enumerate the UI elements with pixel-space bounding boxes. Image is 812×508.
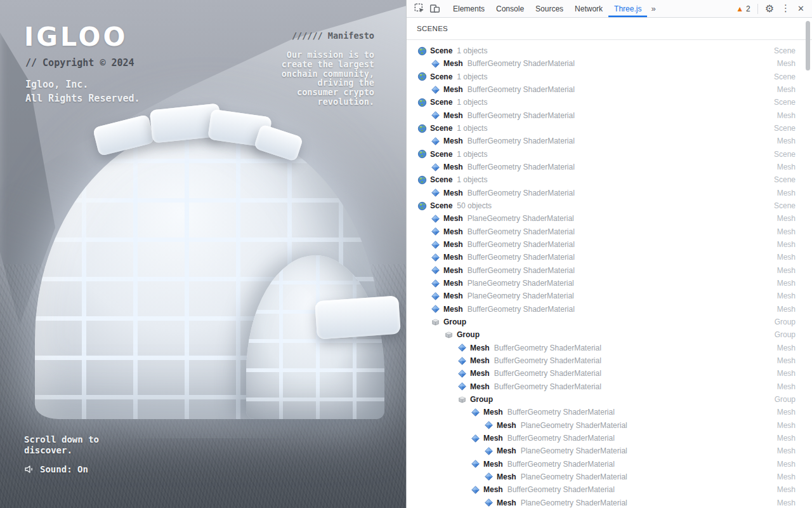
mesh-icon — [431, 227, 440, 236]
tree-row[interactable]: Mesh BufferGeometry ShaderMaterial Mesh — [407, 458, 812, 471]
tree-row[interactable]: Mesh BufferGeometry ShaderMaterial Mesh — [407, 432, 812, 444]
node-type-label: Scene — [774, 72, 812, 81]
tree-row[interactable]: Mesh BufferGeometry ShaderMaterial Mesh — [407, 57, 812, 70]
tree-row[interactable]: Mesh BufferGeometry ShaderMaterial Mesh — [407, 225, 812, 238]
node-detail: BufferGeometry ShaderMaterial — [468, 163, 575, 171]
node-name: Scene — [430, 175, 452, 184]
tree-row[interactable]: Scene 1 objects Scene — [407, 44, 812, 57]
tree-row[interactable]: Scene 1 objects Scene — [407, 70, 812, 83]
tree-row[interactable]: Scene 1 objects Scene — [407, 122, 812, 135]
scene-icon — [417, 124, 427, 133]
node-detail: BufferGeometry ShaderMaterial — [468, 111, 575, 120]
tree-row[interactable]: Mesh PlaneGeometry ShaderMaterial Mesh — [407, 419, 812, 432]
node-type-label: Mesh — [777, 421, 812, 430]
mesh-icon — [457, 382, 467, 391]
node-type-label: Mesh — [777, 434, 812, 443]
node-name: Mesh — [443, 189, 463, 197]
node-name: Scene — [430, 72, 452, 81]
node-name: Mesh — [483, 485, 503, 494]
tree-row[interactable]: Mesh PlaneGeometry ShaderMaterial Mesh — [407, 290, 812, 302]
tree-row[interactable]: Mesh PlaneGeometry ShaderMaterial Mesh — [407, 496, 812, 508]
tree-row[interactable]: Mesh BufferGeometry ShaderMaterial Mesh — [407, 161, 812, 173]
mesh-icon — [484, 498, 494, 507]
issues-badge[interactable]: ▲ 2 — [736, 4, 750, 13]
tree-row[interactable]: Mesh BufferGeometry ShaderMaterial Mesh — [407, 367, 812, 380]
sound-toggle[interactable]: Sound: On — [24, 464, 88, 474]
tree-row[interactable]: Mesh BufferGeometry ShaderMaterial Mesh — [407, 264, 812, 277]
node-type-label: Scene — [774, 175, 812, 184]
tree-row[interactable]: Mesh PlaneGeometry ShaderMaterial Mesh — [407, 212, 812, 225]
tab-network[interactable]: Network — [569, 0, 608, 17]
tab-console[interactable]: Console — [490, 0, 530, 17]
tree-row[interactable]: Group Group — [407, 328, 812, 341]
node-name: Mesh — [483, 460, 503, 469]
tree-row[interactable]: Mesh BufferGeometry ShaderMaterial Mesh — [407, 187, 812, 199]
mesh-icon — [457, 343, 467, 352]
node-type-label: Mesh — [777, 382, 812, 391]
tree-row[interactable]: Mesh BufferGeometry ShaderMaterial Mesh — [407, 380, 812, 393]
tree-row[interactable]: Mesh BufferGeometry ShaderMaterial Mesh — [407, 354, 812, 367]
node-name: Mesh — [470, 344, 490, 352]
scene-tree: Scene 1 objects Scene Mesh BufferGeometr… — [407, 40, 812, 508]
tree-row[interactable]: Mesh BufferGeometry ShaderMaterial Mesh — [407, 342, 812, 354]
close-devtools-icon[interactable]: ✕ — [797, 4, 804, 13]
node-type-label: Mesh — [777, 485, 812, 494]
tree-row[interactable]: Mesh PlaneGeometry ShaderMaterial Mesh — [407, 471, 812, 483]
node-name: Scene — [430, 150, 452, 159]
tree-row[interactable]: Mesh BufferGeometry ShaderMaterial Mesh — [407, 251, 812, 264]
node-detail: PlaneGeometry ShaderMaterial — [521, 421, 627, 430]
tree-row[interactable]: Mesh BufferGeometry ShaderMaterial Mesh — [407, 135, 812, 147]
inspect-element-icon[interactable] — [412, 1, 427, 17]
tab-sources[interactable]: Sources — [530, 0, 569, 17]
tree-row[interactable]: Mesh BufferGeometry ShaderMaterial Mesh — [407, 238, 812, 251]
node-type-label: Scene — [774, 150, 812, 159]
tree-row[interactable]: Mesh BufferGeometry ShaderMaterial Mesh — [407, 406, 812, 418]
node-name: Mesh — [470, 382, 490, 391]
node-type-label: Scene — [774, 124, 812, 133]
warning-icon: ▲ — [736, 5, 743, 13]
tree-row[interactable]: Mesh BufferGeometry ShaderMaterial Mesh — [407, 483, 812, 496]
scrollbar[interactable] — [806, 21, 810, 70]
tree-row[interactable]: Scene 1 objects Scene — [407, 148, 812, 161]
node-detail: 50 objects — [457, 201, 492, 210]
tree-row[interactable]: Scene 50 objects Scene — [407, 199, 812, 212]
mesh-icon — [471, 408, 480, 417]
tree-row[interactable]: Scene 1 objects Scene — [407, 173, 812, 186]
scene-icon — [417, 175, 427, 185]
node-type-label: Mesh — [777, 189, 812, 197]
node-type-label: Scene — [774, 98, 812, 107]
node-name: Scene — [430, 201, 452, 210]
node-type-label: Group — [775, 330, 812, 339]
tree-row[interactable]: Mesh PlaneGeometry ShaderMaterial Mesh — [407, 444, 812, 457]
node-detail: 1 objects — [457, 175, 487, 184]
mesh-icon — [431, 253, 440, 262]
tree-row[interactable]: Mesh PlaneGeometry ShaderMaterial Mesh — [407, 277, 812, 290]
node-detail: 1 objects — [457, 72, 487, 81]
node-detail: BufferGeometry ShaderMaterial — [468, 305, 575, 314]
mesh-icon — [431, 85, 440, 95]
kebab-menu-icon[interactable]: ⋮ — [781, 4, 790, 13]
tree-row[interactable]: Group Group — [407, 393, 812, 406]
node-name: Mesh — [443, 253, 463, 262]
node-name: Mesh — [443, 137, 463, 145]
settings-gear-icon[interactable]: ⚙ — [765, 4, 774, 14]
node-detail: BufferGeometry ShaderMaterial — [468, 227, 575, 236]
tree-row[interactable]: Mesh BufferGeometry ShaderMaterial Mesh — [407, 83, 812, 96]
scene-icon — [417, 201, 427, 211]
tab-elements[interactable]: Elements — [447, 0, 490, 17]
tree-row[interactable]: Scene 1 objects Scene — [407, 96, 812, 109]
copyright-text: // Copyright © 2024 — [25, 57, 134, 69]
more-tabs-icon[interactable]: » — [648, 4, 658, 13]
tree-row[interactable]: Group Group — [407, 316, 812, 328]
node-detail: BufferGeometry ShaderMaterial — [468, 266, 575, 275]
tree-row[interactable]: Mesh BufferGeometry ShaderMaterial Mesh — [407, 303, 812, 316]
device-toolbar-icon[interactable] — [427, 1, 442, 17]
tab-three-js[interactable]: Three.js — [608, 0, 647, 17]
mesh-icon — [484, 446, 494, 456]
mesh-icon — [431, 188, 440, 197]
node-detail: BufferGeometry ShaderMaterial — [508, 434, 615, 443]
tree-row[interactable]: Mesh BufferGeometry ShaderMaterial Mesh — [407, 109, 812, 122]
node-name: Mesh — [443, 291, 463, 300]
node-detail: BufferGeometry ShaderMaterial — [468, 59, 575, 68]
speaker-icon — [24, 464, 34, 474]
